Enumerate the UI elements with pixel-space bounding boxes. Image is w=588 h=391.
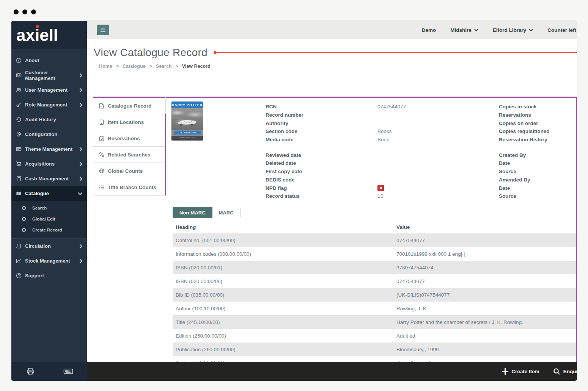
logo-text: axiell bbox=[16, 27, 58, 44]
flying-car-illustration bbox=[175, 117, 199, 127]
tab-item-locations[interactable]: Item Locations bbox=[93, 114, 166, 130]
sidebar-item-label: User Management bbox=[25, 87, 68, 93]
plus-icon bbox=[502, 368, 508, 375]
sidebar-item-cash-management[interactable]: Cash Management bbox=[11, 171, 87, 186]
sidebar-item-label: About bbox=[25, 58, 39, 63]
sidebar-item-circulation[interactable]: Circulation bbox=[11, 239, 87, 253]
sidebar-item-catalogue[interactable]: Catalogue bbox=[11, 186, 87, 201]
cell-value: Rowling, J. K. bbox=[393, 306, 576, 311]
field-label: Deleted date bbox=[266, 160, 377, 166]
field-label: Source bbox=[499, 193, 577, 199]
field-label: Copies in stock bbox=[499, 104, 577, 109]
id-card-icon bbox=[16, 72, 22, 78]
sidebar-item-label: Cash Management bbox=[25, 176, 69, 181]
cell-heading: Author (100.10:00/00) bbox=[173, 306, 393, 311]
printer-icon bbox=[26, 367, 35, 375]
field-value: Books bbox=[377, 128, 392, 134]
field-label: Authority bbox=[266, 120, 377, 126]
submenu-item-create-record[interactable]: Create Record bbox=[11, 224, 87, 235]
sidebar-nav: About Customer Management User Managemen… bbox=[11, 49, 87, 283]
sidebar-item-theme-management[interactable]: Theme Management bbox=[11, 142, 87, 156]
keyboard-button[interactable] bbox=[49, 362, 87, 381]
tab-marc[interactable]: MARC bbox=[212, 207, 241, 218]
sidebar-item-audit-history[interactable]: Audit History bbox=[11, 112, 87, 127]
breadcrumb-catalogue[interactable]: Catalogue bbox=[123, 64, 145, 69]
page-header: View Catalogue Record Home > Catalogue >… bbox=[94, 47, 577, 69]
tab-global-counts[interactable]: Global Counts bbox=[93, 163, 166, 179]
tab-reservations[interactable]: Reservations bbox=[93, 130, 166, 147]
bullet-ring-icon bbox=[22, 206, 26, 210]
field-label: Reviewed date bbox=[266, 152, 377, 158]
field-label: First copy date bbox=[266, 169, 377, 174]
table-row: Control no. (001.00:00/00)0747544077 bbox=[173, 233, 576, 247]
sidebar-item-acquisitions[interactable]: Acquisitions bbox=[11, 156, 87, 171]
sidebar-item-configuration[interactable]: Configuration bbox=[11, 127, 87, 142]
sidebar-item-stock-management[interactable]: Stock Management bbox=[11, 253, 87, 268]
sidebar-item-role-management[interactable]: Role Management bbox=[11, 97, 87, 112]
sidebar-item-label: Role Management bbox=[25, 102, 67, 108]
sidebar-item-support[interactable]: Support bbox=[11, 268, 87, 283]
bullet-ring-icon bbox=[22, 228, 26, 232]
cell-value: Adult ed. bbox=[393, 333, 576, 339]
history-icon bbox=[16, 117, 22, 122]
tab-catalogue-record[interactable]: Catalogue Record bbox=[93, 97, 166, 114]
column-header-heading: Heading bbox=[173, 224, 393, 230]
submenu-item-search[interactable]: Search bbox=[11, 202, 87, 213]
cell-heading: Publication (260.00:00/00) bbox=[173, 347, 393, 352]
breadcrumb-search[interactable]: Search bbox=[156, 64, 172, 69]
tab-related-searches[interactable]: Related Searches bbox=[93, 147, 166, 163]
create-item-button[interactable]: Create Item bbox=[502, 368, 539, 375]
bottom-action-bar: Create Item Enquire bbox=[87, 362, 577, 381]
app-logo: axiell bbox=[11, 21, 87, 49]
topbar-item-demo[interactable]: Demo bbox=[422, 27, 436, 33]
tab-label: Reservations bbox=[108, 136, 140, 141]
cell-value: 0747544077 bbox=[393, 278, 576, 284]
breadcrumb: Home > Catalogue > Search > View Record bbox=[94, 64, 577, 69]
tab-non-marc[interactable]: Non-MARC bbox=[173, 207, 212, 218]
field-label: Date bbox=[499, 185, 577, 191]
topbar-item-counter[interactable]: Counter left L bbox=[547, 27, 577, 33]
field-label: Copies on order bbox=[499, 120, 577, 126]
red-accent-line bbox=[217, 52, 577, 53]
book-cover: HARRY POTTER J. K. ROWLING bbox=[171, 102, 203, 141]
field-label: Record number bbox=[266, 112, 377, 118]
list-icon bbox=[99, 185, 104, 190]
breadcrumb-current: View Record bbox=[182, 64, 211, 69]
open-book-icon bbox=[16, 191, 22, 196]
sidebar-item-user-management[interactable]: User Management bbox=[11, 83, 87, 97]
sidebar-item-label: Stock Management bbox=[25, 258, 70, 264]
globe-icon bbox=[99, 168, 104, 174]
cell-heading: ISBN (020.00:00/00) bbox=[173, 278, 393, 284]
record-tab-column: Catalogue Record Item Locations Reservat… bbox=[93, 97, 166, 196]
submenu-item-label: Create Record bbox=[32, 228, 62, 232]
field-label: Record status bbox=[266, 193, 377, 199]
chevron-right-icon bbox=[79, 147, 82, 152]
book-cover-title: HARRY POTTER bbox=[171, 102, 203, 108]
sidebar-item-customer-management[interactable]: Customer Management bbox=[11, 68, 87, 83]
info-icon bbox=[16, 58, 22, 63]
menu-toggle-button[interactable] bbox=[97, 25, 109, 35]
key-icon bbox=[16, 102, 22, 108]
table-row: Information codes (008.00:00/00)700101s1… bbox=[173, 247, 576, 261]
topbar-right: Demo Midshire Elford Library Counter lef… bbox=[422, 27, 577, 33]
table-row: Title (245.10:00/00)Harry Potter and the… bbox=[173, 315, 576, 329]
print-button[interactable] bbox=[11, 362, 49, 381]
cell-value: (UK-SfLIS)0747544077 bbox=[393, 292, 576, 298]
topbar-item-midshire[interactable]: Midshire bbox=[450, 27, 478, 33]
enquire-button[interactable]: Enquire bbox=[553, 368, 577, 375]
tab-label: Title Branch Counts bbox=[108, 185, 156, 190]
submenu-item-global-edit[interactable]: Global Edit bbox=[11, 213, 87, 224]
chevron-right-icon bbox=[79, 162, 82, 166]
breadcrumb-home[interactable]: Home bbox=[99, 64, 112, 69]
chevron-right-icon bbox=[79, 244, 82, 249]
tab-title-branch-counts[interactable]: Title Branch Counts bbox=[93, 179, 166, 196]
window-dot bbox=[14, 9, 19, 14]
breadcrumb-separator: > bbox=[176, 64, 178, 69]
record-panel: Catalogue Record Item Locations Reservat… bbox=[93, 97, 577, 381]
tab-label: Global Counts bbox=[108, 168, 143, 174]
sidebar-item-about[interactable]: About bbox=[11, 53, 87, 68]
sidebar: axiell About Customer Management bbox=[11, 21, 87, 381]
field-label: RCN bbox=[266, 104, 377, 109]
topbar-item-elford-library[interactable]: Elford Library bbox=[493, 27, 533, 33]
bullet-ring-icon bbox=[22, 217, 26, 221]
